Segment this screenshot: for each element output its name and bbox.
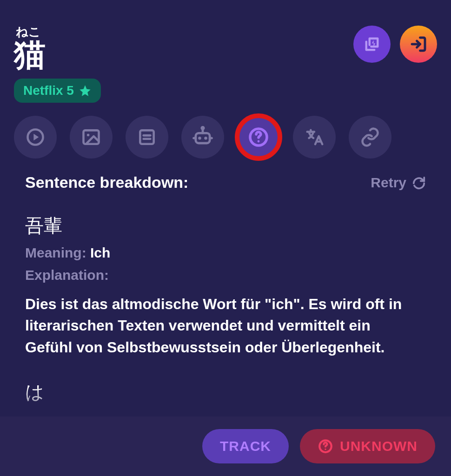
svg-point-10 — [202, 127, 204, 129]
header: ねこ 猫 — [0, 0, 451, 70]
breakdown-header: Sentence breakdown: Retry — [25, 173, 426, 192]
svg-point-16 — [325, 449, 326, 450]
tab-play[interactable] — [14, 116, 57, 159]
exit-icon — [409, 34, 428, 54]
footer-bar: TRACK UNKNOWN — [0, 416, 451, 476]
question-icon — [318, 438, 333, 454]
track-label: TRACK — [220, 438, 271, 454]
word-block: ねこ 猫 — [14, 26, 46, 70]
badge-label: Netflix 5 — [23, 83, 74, 98]
question-icon — [247, 126, 270, 148]
tab-notes[interactable] — [126, 116, 168, 159]
link-icon — [360, 127, 380, 147]
tab-help[interactable] — [237, 116, 280, 159]
track-button[interactable]: TRACK — [202, 429, 289, 463]
robot-icon — [191, 125, 215, 149]
entry-japanese: は — [25, 379, 426, 405]
header-buttons — [353, 26, 437, 63]
breakdown-title: Sentence breakdown: — [25, 173, 188, 192]
svg-rect-1 — [84, 130, 99, 144]
exit-button[interactable] — [400, 26, 437, 63]
play-icon — [25, 127, 46, 147]
meaning-value: Ich — [90, 245, 110, 260]
meaning-label: Meaning: — [25, 245, 86, 260]
notes-icon — [137, 127, 157, 147]
explanation-text: Dies ist das altmodische Wort für "ich".… — [25, 293, 406, 358]
tab-robot[interactable] — [181, 116, 224, 159]
svg-rect-3 — [140, 130, 153, 144]
entry-japanese: 吾輩 — [25, 213, 426, 238]
furigana-text: ねこ — [16, 26, 41, 38]
unknown-button[interactable]: UNKNOWN — [300, 429, 435, 463]
kanji-text: 猫 — [14, 39, 46, 70]
share-lightning-icon — [362, 34, 382, 54]
svg-point-7 — [198, 137, 201, 140]
refresh-icon — [412, 176, 426, 190]
unknown-label: UNKNOWN — [340, 438, 418, 454]
star-icon — [79, 84, 92, 97]
tab-image[interactable] — [70, 116, 113, 159]
entry-meaning-row: Meaning: Ich — [25, 245, 426, 261]
svg-point-2 — [87, 134, 90, 137]
svg-rect-6 — [196, 133, 210, 143]
content-area: Sentence breakdown: Retry 吾輩 Meaning: Ic… — [0, 159, 451, 405]
breakdown-entry: 吾輩 Meaning: Ich Explanation: Dies ist da… — [25, 213, 426, 358]
translate-icon — [304, 126, 325, 148]
tab-translate[interactable] — [293, 116, 336, 159]
svg-point-14 — [258, 140, 260, 143]
frequency-badge[interactable]: Netflix 5 — [14, 79, 101, 103]
retry-label: Retry — [371, 175, 406, 191]
tab-row — [14, 116, 451, 159]
share-button[interactable] — [353, 26, 391, 63]
image-icon — [81, 127, 101, 147]
breakdown-entry: は — [25, 379, 426, 405]
tab-link[interactable] — [349, 116, 391, 159]
svg-point-8 — [204, 137, 207, 140]
retry-button[interactable]: Retry — [371, 175, 426, 191]
explanation-label: Explanation: — [25, 267, 426, 283]
